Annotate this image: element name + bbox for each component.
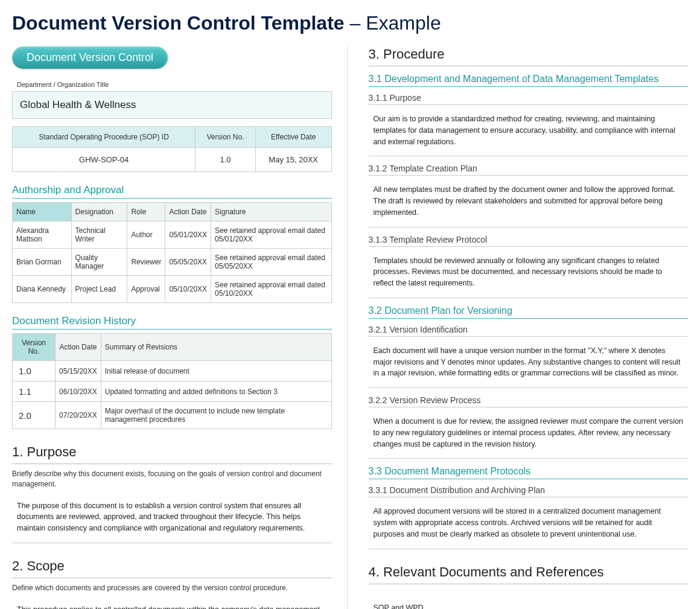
section-scope-body: This procedure applies to all controlled… (12, 598, 332, 609)
auth-desig: Project Lead (71, 276, 127, 303)
table-row: Brian Gorman Quality Manager Reviewer 05… (13, 249, 332, 276)
p311-body: Our aim is to provide a standardized met… (369, 107, 689, 156)
rev-ver: 1.1 (13, 381, 56, 402)
section-purpose-h: 1. Purpose (12, 444, 332, 464)
rev-ver: 2.0 (13, 402, 56, 429)
p312-h: 3.1.2 Template Creation Plan (369, 164, 689, 176)
meta-h-sop: Standard Operating Procedure (SOP) ID (13, 127, 196, 148)
auth-date: 05/05/20XX (165, 249, 211, 276)
rev-title: Document Revision History (12, 315, 332, 330)
org-name: Global Health & Wellness (12, 91, 332, 119)
right-column: 3. Procedure 3.1 Development and Managem… (366, 46, 689, 609)
page-title: Document Version Control Template – Exam… (12, 12, 688, 34)
s32-h: 3.2 Document Plan for Versioning (369, 305, 689, 319)
auth-date: 05/10/20XX (165, 276, 211, 303)
table-row: Diana Kennedy Project Lead Approval 05/1… (13, 276, 332, 303)
meta-ver: 1.0 (196, 148, 256, 172)
p321-body: Each document will have a unique version… (369, 339, 689, 388)
rev-sum: Initial release of document (101, 361, 331, 381)
rev-ver: 1.0 (13, 361, 56, 381)
rev-date: 07/20/20XX (56, 402, 101, 429)
s31-h: 3.1 Development and Management of Data M… (369, 74, 689, 87)
p322-h: 3.2.2 Version Review Process (369, 395, 689, 407)
left-column: Document Version Control Department / Or… (12, 46, 348, 609)
auth-name: Brian Gorman (13, 249, 72, 276)
auth-h-date: Action Date (165, 203, 211, 222)
rev-h-ver: Version No. (13, 334, 56, 361)
auth-name: Diana Kennedy (13, 276, 72, 303)
page-title-bold: Document Version Control Template (12, 12, 345, 34)
section-purpose-desc: Briefly describe why this document exist… (12, 469, 332, 489)
dept-label: Department / Organization Title (17, 81, 332, 88)
p322-body: When a document is due for review, the a… (369, 410, 689, 459)
section-scope-desc: Define which documents and processes are… (12, 583, 332, 593)
table-row: 2.0 07/20/20XX Major overhaul of the doc… (13, 402, 332, 429)
auth-h-desig: Designation (71, 203, 127, 222)
rev-date: 06/10/20XX (56, 381, 101, 402)
meta-table: Standard Operating Procedure (SOP) ID Ve… (12, 126, 332, 172)
auth-table: Name Designation Role Action Date Signat… (12, 202, 332, 303)
meta-sop: GHW-SOP-04 (13, 148, 196, 172)
auth-sig: See retained approval email dated 05/01/… (211, 222, 331, 249)
p321-h: 3.2.1 Version Identification (369, 325, 689, 337)
table-row: Alexandra Mattson Technical Writer Autho… (13, 222, 332, 249)
auth-name: Alexandra Mattson (13, 222, 72, 249)
p331-h: 3.3.1 Document Distribution and Archivin… (369, 485, 689, 497)
table-row: 1.0 05/15/20XX Initial release of docume… (13, 361, 332, 381)
rev-sum: Updated formatting and added definitions… (101, 381, 331, 402)
section-refs-body: SOP and WPD (369, 596, 689, 610)
auth-h-sig: Signature (211, 203, 331, 222)
p313-body: Templates should be reviewed annually or… (369, 249, 689, 298)
rev-table: Version No. Action Date Summary of Revis… (12, 333, 332, 429)
meta-date: May 15, 20XX (255, 148, 331, 172)
auth-date: 05/01/20XX (165, 222, 211, 249)
section-procedure-h: 3. Procedure (369, 46, 689, 66)
table-row: 1.1 06/10/20XX Updated formatting and ad… (13, 381, 332, 402)
rev-sum: Major overhaul of the document to includ… (101, 402, 331, 429)
auth-role: Reviewer (127, 249, 165, 276)
rev-h-sum: Summary of Revisions (101, 334, 331, 361)
section-purpose-body: The purpose of this document is to estab… (12, 494, 332, 543)
s33-h: 3.3 Document Management Protocols (369, 466, 689, 479)
meta-h-date: Effective Date (255, 127, 331, 148)
page-title-rest: – Example (345, 12, 441, 34)
section-scope-h: 2. Scope (12, 558, 332, 578)
auth-desig: Technical Writer (71, 222, 127, 249)
header-pill: Document Version Control (12, 46, 168, 69)
section-refs-h: 4. Relevant Documents and References (369, 564, 689, 584)
auth-title: Authorship and Approval (12, 184, 332, 199)
p311-h: 3.1.1 Purpose (369, 93, 689, 105)
auth-role: Author (127, 222, 165, 249)
auth-h-name: Name (13, 203, 72, 222)
auth-h-role: Role (127, 203, 165, 222)
rev-h-date: Action Date (56, 334, 101, 361)
p312-body: All new templates must be drafted by the… (369, 178, 689, 227)
auth-sig: See retained approval email dated 05/10/… (211, 276, 331, 303)
meta-h-ver: Version No. (196, 127, 256, 148)
auth-sig: See retained approval email dated 05/05/… (211, 249, 331, 276)
p313-h: 3.1.3 Template Review Protocol (369, 235, 689, 247)
rev-date: 05/15/20XX (56, 361, 101, 381)
auth-desig: Quality Manager (71, 249, 127, 276)
auth-role: Approval (127, 276, 165, 303)
p331-body: All approved document versions will be s… (369, 500, 689, 549)
